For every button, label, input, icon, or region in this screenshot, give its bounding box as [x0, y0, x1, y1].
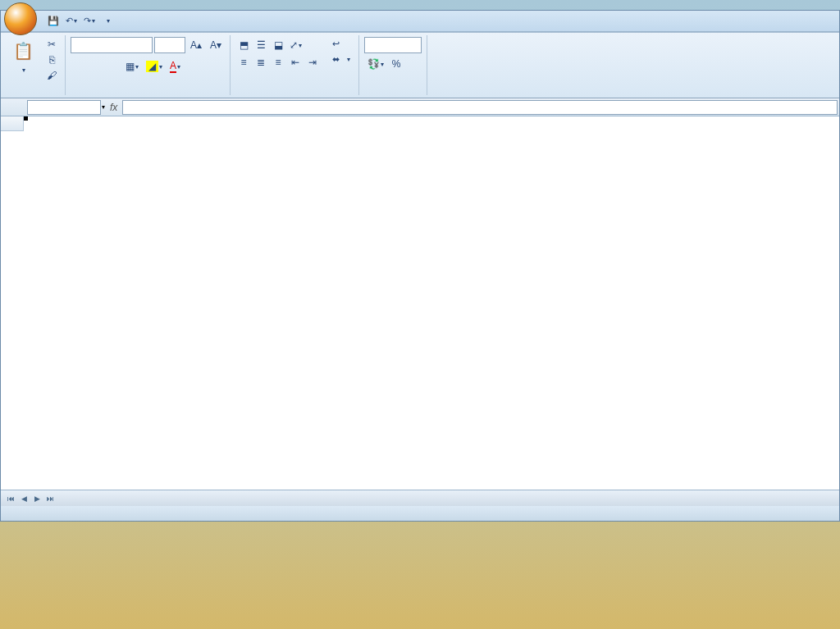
borders-icon[interactable]: ▦▾: [122, 58, 142, 75]
merge-icon: ⬌: [332, 54, 340, 65]
group-label-number: [364, 92, 422, 93]
group-alignment: ⬒ ☰ ⬓ ⤢▾ ≡ ≣ ≡ ⇤ ⇥ ↩: [231, 35, 359, 95]
italic-button[interactable]: [88, 58, 104, 75]
formula-bar[interactable]: [122, 100, 838, 115]
excel-window: 💾 ↶▾ ↷▾ ▾ 📋 ▾ ✂ ⎘ 🖌: [0, 10, 840, 522]
increase-indent-icon[interactable]: ⇥: [304, 54, 321, 71]
format-painter-icon[interactable]: 🖌: [43, 68, 60, 83]
bold-button[interactable]: [71, 58, 87, 75]
redo-icon[interactable]: ↷▾: [81, 13, 98, 30]
copy-icon[interactable]: ⎘: [43, 52, 60, 67]
office-button[interactable]: [4, 2, 37, 35]
font-size-input[interactable]: [154, 37, 185, 53]
quick-access-toolbar: 💾 ↶▾ ↷▾ ▾: [45, 13, 116, 30]
tab-last-icon[interactable]: ⏭: [43, 492, 57, 505]
wrap-text-button[interactable]: ↩: [329, 37, 354, 51]
namebox-dropdown-icon[interactable]: ▾: [102, 103, 105, 111]
align-top-icon[interactable]: ⬒: [235, 37, 252, 53]
tab-next-icon[interactable]: ▶: [30, 492, 43, 505]
number-format-input[interactable]: [364, 37, 422, 53]
group-font: A▴ A▾ ▦▾ ◢▾ A▾: [66, 35, 231, 95]
formula-bar-row: ▾ fx: [1, 98, 839, 116]
paste-button[interactable]: 📋 ▾: [6, 37, 40, 75]
align-middle-icon[interactable]: ☰: [253, 37, 269, 53]
fill-color-icon[interactable]: ◢▾: [143, 58, 166, 75]
align-left-icon[interactable]: ≡: [235, 54, 252, 71]
tab-prev-icon[interactable]: ◀: [17, 492, 30, 505]
tab-first-icon[interactable]: ⏮: [4, 492, 17, 505]
cut-icon[interactable]: ✂: [43, 37, 60, 52]
sheet-tab-bar: ⏮ ◀ ▶ ⏭: [1, 490, 839, 506]
undo-icon[interactable]: ↶▾: [63, 13, 80, 30]
qat-customize-icon[interactable]: ▾: [99, 13, 116, 30]
row-headers: [1, 116, 24, 490]
group-label-alignment: [235, 92, 354, 93]
decrease-indent-icon[interactable]: ⇤: [287, 54, 304, 71]
ribbon: 📋 ▾ ✂ ⎘ 🖌 A▴ A▾: [1, 33, 839, 98]
status-bar: [1, 506, 839, 521]
font-color-icon[interactable]: A▾: [167, 58, 184, 75]
align-center-icon[interactable]: ≣: [253, 54, 269, 71]
name-box[interactable]: [27, 100, 101, 115]
underline-button[interactable]: [105, 58, 121, 75]
select-all-corner[interactable]: [1, 116, 24, 131]
shrink-font-icon[interactable]: A▾: [207, 37, 225, 53]
fx-icon[interactable]: fx: [110, 102, 117, 113]
group-label-font: [71, 92, 225, 93]
worksheet: [1, 116, 839, 490]
merge-center-button[interactable]: ⬌ ▾: [329, 52, 354, 66]
group-number: 💱▾ %: [359, 35, 427, 95]
title-bar: 💾 ↶▾ ↷▾ ▾: [1, 11, 839, 32]
clipboard-icon: 📋: [11, 39, 35, 63]
orientation-icon[interactable]: ⤢▾: [287, 37, 304, 53]
active-cell-cursor: [24, 116, 27, 120]
align-right-icon[interactable]: ≡: [270, 54, 286, 71]
currency-icon[interactable]: 💱▾: [364, 56, 387, 72]
group-label-clipboard: [6, 92, 60, 93]
wrap-icon: ↩: [332, 39, 340, 49]
grow-font-icon[interactable]: A▴: [187, 37, 205, 53]
align-bottom-icon[interactable]: ⬓: [270, 37, 286, 53]
font-name-input[interactable]: [71, 37, 153, 53]
slide-title: [0, 0, 840, 10]
save-icon[interactable]: 💾: [45, 13, 62, 30]
group-clipboard: 📋 ▾ ✂ ⎘ 🖌: [1, 35, 66, 95]
percent-icon[interactable]: %: [388, 56, 404, 72]
